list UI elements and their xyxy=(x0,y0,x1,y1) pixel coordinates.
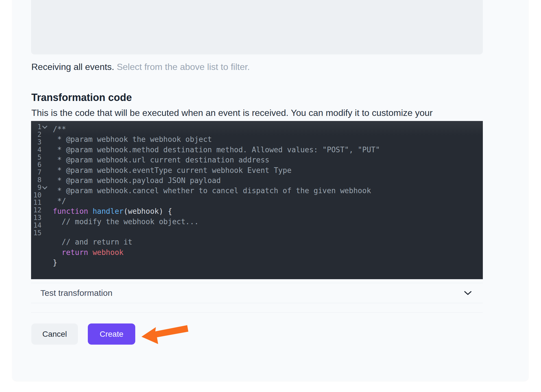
create-button[interactable]: Create xyxy=(88,323,135,345)
test-transformation-toggle[interactable]: Test transformation xyxy=(31,283,483,303)
chevron-down-icon[interactable] xyxy=(464,291,472,295)
gutter-row: 14 xyxy=(31,221,48,229)
gutter-row: 11 xyxy=(31,199,48,206)
line-number: 5 xyxy=(31,153,42,161)
test-transformation-label: Test transformation xyxy=(40,288,112,298)
line-number: 4 xyxy=(31,146,42,154)
code-line: * @param webhook.url current destination… xyxy=(53,155,483,165)
event-filter-status: Receiving all events. Select from the ab… xyxy=(31,61,455,73)
line-number: 15 xyxy=(31,229,42,237)
line-number: 10 xyxy=(31,191,42,199)
line-number: 1 xyxy=(31,123,42,131)
code-line: } xyxy=(53,257,483,268)
line-number: 12 xyxy=(31,206,42,214)
gutter-row: 9 xyxy=(31,184,48,191)
line-number: 8 xyxy=(31,176,42,184)
line-number: 14 xyxy=(31,221,42,229)
code-line: * @param webhook.method destination meth… xyxy=(53,145,483,155)
transformation-code-heading: Transformation code xyxy=(31,91,370,104)
code-line: * @param webhook.payload JSON payload xyxy=(53,175,483,186)
gutter-row: 10 xyxy=(31,191,48,199)
code-line: * @param webhook.eventType current webho… xyxy=(53,165,483,175)
code-line: // and return it xyxy=(53,237,483,247)
line-number: 3 xyxy=(31,138,42,146)
gutter-row: 15 xyxy=(31,229,48,237)
gutter-row: 2 xyxy=(31,131,48,138)
gutter-row: 3 xyxy=(31,138,48,146)
code-line: * @param webhook.cancel whether to cance… xyxy=(53,186,483,196)
code-line: // modify the webhook object... xyxy=(53,217,483,227)
divider xyxy=(31,312,483,313)
line-number: 11 xyxy=(31,199,42,206)
code-line: function handler(webhook) { xyxy=(53,206,483,216)
code-line: */ xyxy=(53,196,483,206)
fold-chevron-icon[interactable] xyxy=(42,126,48,128)
gutter-row: 7 xyxy=(31,169,48,176)
gutter-row: 8 xyxy=(31,176,48,184)
line-number: 9 xyxy=(31,184,42,191)
gutter-row: 13 xyxy=(31,214,48,222)
code-line xyxy=(53,227,483,237)
gutter-row: 4 xyxy=(31,146,48,153)
gutter-row: 5 xyxy=(31,153,48,161)
gutter-row: 6 xyxy=(31,161,48,169)
event-filter-status-hint: Select from the above list to filter. xyxy=(117,62,250,72)
code-line: /** xyxy=(53,124,483,134)
fold-chevron-icon[interactable] xyxy=(42,186,48,189)
cancel-button[interactable]: Cancel xyxy=(31,323,78,345)
event-filter-status-text: Receiving all events. xyxy=(31,62,114,72)
line-number: 7 xyxy=(31,168,42,176)
event-types-list[interactable] xyxy=(31,0,483,54)
webhook-form-card: Receiving all events. Select from the ab… xyxy=(12,0,529,381)
annotation-arrow-icon xyxy=(141,324,189,345)
code-line: * @param webhook the webhook object xyxy=(53,134,483,144)
editor-code[interactable]: /** * @param webhook the webhook object … xyxy=(53,124,483,268)
line-number: 13 xyxy=(31,214,42,222)
gutter-row: 1 xyxy=(31,123,48,131)
line-number: 6 xyxy=(31,161,42,169)
line-number: 2 xyxy=(31,131,42,138)
editor-gutter: 123456789101112131415 xyxy=(31,123,48,237)
code-line: return webhook xyxy=(53,247,483,257)
page: Receiving all events. Select from the ab… xyxy=(0,0,541,392)
code-editor[interactable]: 123456789101112131415 /** * @param webho… xyxy=(31,121,483,279)
gutter-row: 12 xyxy=(31,206,48,214)
